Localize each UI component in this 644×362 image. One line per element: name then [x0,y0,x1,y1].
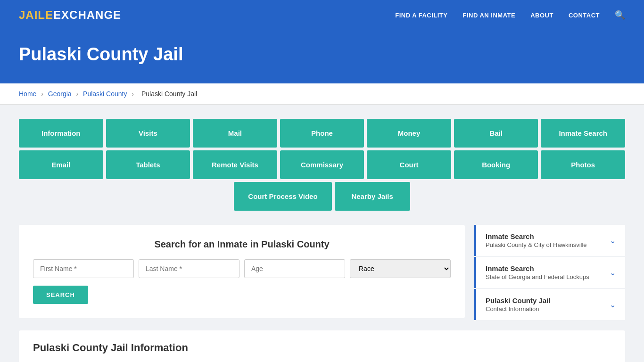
hero-section: Pulaski County Jail [0,30,644,83]
btn-email[interactable]: Email [19,150,103,179]
bottom-title: Pulaski County Jail Information [33,342,611,354]
two-col-layout: Search for an Inmate in Pulaski County R… [19,225,625,321]
sidebar-panel-sub-1: Pulaski County & City of Hawkinsville [486,241,587,248]
search-button[interactable]: SEARCH [33,286,88,304]
btn-court-process-video[interactable]: Court Process Video [234,182,331,211]
breadcrumb-pulaski-county[interactable]: Pulaski County [83,90,127,98]
breadcrumb-home[interactable]: Home [19,90,36,98]
logo-part2: EEXCHANGE [45,8,121,21]
nav-about[interactable]: ABOUT [530,12,553,19]
sidebar-panel-inmate-pulaski[interactable]: Inmate Search Pulaski County & City of H… [474,225,625,256]
chevron-down-icon-1: ⌄ [610,236,616,245]
search-title: Search for an Inmate in Pulaski County [33,239,451,250]
sidebar-panel-title-1: Inmate Search [486,232,587,240]
btn-tablets[interactable]: Tablets [106,150,190,179]
search-panel: Search for an Inmate in Pulaski County R… [19,225,465,318]
btn-information[interactable]: Information [19,119,103,148]
site-logo[interactable]: JAILEEXCHANGE [19,8,121,22]
chevron-down-icon-2: ⌄ [610,268,616,277]
btn-photos[interactable]: Photos [541,150,625,179]
page-title: Pulaski County Jail [19,44,625,65]
breadcrumb-sep3: › [132,90,134,98]
first-name-input[interactable] [33,259,134,278]
search-fields: Race [33,259,451,278]
sidebar-panel-title-2: Inmate Search [486,264,589,272]
sidebar-panel-sub-3: Contact Information [486,305,551,313]
btn-money[interactable]: Money [367,119,451,148]
bottom-section: Pulaski County Jail Information [19,330,625,362]
logo-x: E [45,8,53,21]
breadcrumb-georgia[interactable]: Georgia [48,90,72,98]
nav-contact[interactable]: CONTACT [569,12,600,19]
race-select[interactable]: Race [350,259,451,278]
breadcrumb-sep1: › [41,90,43,98]
btn-visits[interactable]: Visits [106,119,190,148]
search-icon[interactable]: 🔍 [615,10,625,20]
button-grid-row2: Email Tablets Remote Visits Commissary C… [19,150,625,179]
btn-phone[interactable]: Phone [280,119,364,148]
btn-remote-visits[interactable]: Remote Visits [193,150,277,179]
nav-find-facility[interactable]: FIND A FACILITY [395,12,447,19]
button-grid-row3: Court Process Video Nearby Jails [19,182,625,211]
age-input[interactable] [244,259,345,278]
breadcrumb-sep2: › [76,90,79,98]
sidebar-panel-inmate-georgia[interactable]: Inmate Search State of Georgia and Feder… [474,257,625,288]
breadcrumb-current: Pulaski County Jail [141,90,197,98]
nav-find-inmate[interactable]: FIND AN INMATE [462,12,515,19]
logo-part1: JAIL [19,8,45,21]
btn-mail[interactable]: Mail [193,119,277,148]
button-grid-row1: Information Visits Mail Phone Money Bail… [19,119,625,148]
sidebar-panel-sub-2: State of Georgia and Federal Lockups [486,273,589,280]
btn-nearby-jails[interactable]: Nearby Jails [335,182,410,211]
last-name-input[interactable] [139,259,239,278]
btn-bail[interactable]: Bail [454,119,538,148]
sidebar: Inmate Search Pulaski County & City of H… [474,225,625,321]
sidebar-panel-contact[interactable]: Pulaski County Jail Contact Information … [474,289,625,320]
btn-court[interactable]: Court [367,150,451,179]
btn-booking[interactable]: Booking [454,150,538,179]
sidebar-panel-title-3: Pulaski County Jail [486,296,551,304]
main-area: Information Visits Mail Phone Money Bail… [0,105,644,362]
navbar: JAILEEXCHANGE FIND A FACILITY FIND AN IN… [0,0,644,30]
chevron-down-icon-3: ⌄ [610,300,616,309]
breadcrumb: Home › Georgia › Pulaski County › Pulask… [0,83,644,105]
btn-inmate-search[interactable]: Inmate Search [541,119,625,148]
btn-commissary[interactable]: Commissary [280,150,364,179]
nav-links: FIND A FACILITY FIND AN INMATE ABOUT CON… [395,10,625,20]
